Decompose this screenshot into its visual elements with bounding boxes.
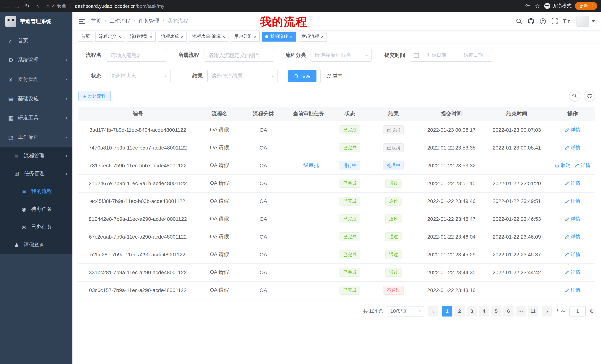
browser-update-button[interactable]: 更新 ⋮ [575, 2, 597, 10]
page-size-select[interactable]: 10条/页 ▾ [387, 306, 424, 316]
process-name-input[interactable] [106, 49, 167, 62]
sidebar-item-done-task[interactable]: 已办任务 [0, 218, 72, 236]
user-avatar[interactable] [576, 16, 595, 27]
detail-link[interactable]: 详情 [565, 216, 580, 222]
close-icon[interactable]: × [290, 34, 292, 39]
tab-流程表单[interactable]: 流程表单× [158, 32, 187, 41]
submit-time-range-picker[interactable]: 开始日期 - 结束日期 [410, 49, 493, 62]
close-icon[interactable]: × [222, 34, 225, 39]
cell-status: 进行中 [332, 157, 368, 174]
cell-actions: 详情 [550, 228, 595, 246]
page-button-6[interactable]: 6 [503, 306, 514, 316]
tab-我的流程[interactable]: 我的流程× [262, 32, 296, 41]
sidebar-item-process-mgmt[interactable]: 流程管理 ▾ [0, 147, 72, 165]
forward-icon[interactable]: → [14, 3, 20, 9]
breadcrumb-task-mgmt[interactable]: 任务管理 [139, 18, 159, 25]
create-process-button[interactable]: + 发起流程 [78, 91, 110, 101]
column-header-结果: 结果 [368, 107, 419, 121]
sidebar-item-devtools[interactable]: 研发工具 ▾ [0, 108, 72, 128]
close-icon[interactable]: × [321, 34, 323, 39]
tab-流程模型[interactable]: 流程模型× [127, 32, 156, 41]
detail-link[interactable]: 详情 [565, 269, 580, 276]
detail-link[interactable]: 详情 [565, 251, 580, 258]
detail-link[interactable]: 详情 [565, 233, 580, 240]
sidebar-item-payment[interactable]: 支付管理 ▾ [0, 70, 72, 89]
reset-button[interactable]: 重置 [320, 70, 348, 82]
status-select[interactable]: 请选择状态 ▾ [106, 70, 171, 82]
result-select[interactable]: 请选择流结果 ▾ [207, 70, 278, 82]
help-icon[interactable]: ? [540, 18, 546, 24]
menu-dots-icon[interactable]: ⋮ [590, 3, 595, 9]
address-bar[interactable]: dashboard.yudao.iocoder.cn/bpm/task/my [75, 3, 164, 9]
sidebar-item-system[interactable]: 系统管理 ▾ [0, 50, 72, 70]
detail-link[interactable]: 详情 [575, 162, 591, 169]
close-icon[interactable]: × [254, 34, 256, 39]
current-task-link[interactable]: 一级审批 [298, 162, 319, 168]
bookmark-star-icon[interactable]: ☆ [534, 3, 541, 9]
fullscreen-icon[interactable] [551, 18, 558, 24]
sidebar-item-task-mgmt[interactable]: 任务管理 ▴ [0, 165, 72, 182]
cell-category: OA [242, 281, 285, 299]
home-icon[interactable]: ⌂ [34, 3, 40, 9]
tab-发起流程[interactable]: 发起流程× [298, 32, 327, 41]
detail-link[interactable]: 详情 [565, 180, 580, 187]
reload-icon[interactable]: ↻ [24, 3, 30, 9]
font-size-icon[interactable]: TT [563, 18, 571, 24]
security-indicator[interactable]: ⚠ 不安全 [46, 3, 67, 9]
table-row: 819442e8-7b9a-11ec-a290-acde48001122OA 请… [78, 210, 595, 228]
page-button-2[interactable]: 2 [454, 306, 465, 316]
cell-process-name: OA 请假 [197, 263, 242, 281]
close-icon[interactable]: × [150, 34, 152, 39]
page-button-4[interactable]: 4 [479, 306, 489, 316]
badge-通过: 通过 [385, 179, 402, 188]
calendar-icon [414, 53, 419, 58]
jump-page-input[interactable] [570, 306, 586, 316]
page-button-3[interactable]: 3 [467, 306, 477, 316]
detail-link[interactable]: 详情 [565, 144, 580, 151]
hamburger-icon[interactable] [78, 18, 85, 24]
filter-status: 状态 请选择状态 ▾ [78, 70, 171, 82]
incognito-badge: 无痕模式 [544, 3, 572, 9]
page-button-11[interactable]: 11 [528, 306, 538, 316]
detail-link[interactable]: 详情 [565, 198, 580, 204]
sidebar-item-workflow[interactable]: 工作流程 ▴ [0, 128, 72, 147]
url-host: dashboard.yudao.iocoder.cn [75, 3, 136, 9]
search-toggle-button[interactable] [569, 91, 580, 102]
tab-流程定义[interactable]: 流程定义× [95, 32, 124, 41]
sidebar-item-my-process[interactable]: 我的流程 [0, 182, 72, 200]
sidebar-item-infrastructure[interactable]: 基础设施 ▾ [0, 89, 72, 108]
detail-link[interactable]: 详情 [565, 126, 580, 133]
close-icon[interactable]: × [181, 34, 183, 39]
back-icon[interactable]: ← [4, 3, 10, 9]
breadcrumb-home[interactable]: 首页 [91, 18, 101, 25]
tab-用户分组[interactable]: 用户分组× [231, 32, 260, 41]
prev-page-button[interactable]: ‹ [428, 306, 438, 316]
search-button[interactable]: 搜索 [288, 70, 316, 82]
breadcrumb-workflow[interactable]: 工作流程 [110, 18, 130, 25]
search-icon[interactable] [516, 18, 522, 24]
sidebar-item-leave-query[interactable]: 请假查询 [0, 236, 72, 254]
pager-ellipsis[interactable]: ⋯ [516, 306, 526, 316]
table-toolbar: + 发起流程 [78, 91, 595, 102]
filter-row-1: 流程名 所属流程 流程分类 请选择流程分类 ▾ [78, 49, 595, 62]
chevron-down-icon: ▾ [66, 58, 67, 62]
badge-进行中: 进行中 [340, 161, 360, 170]
key-icon[interactable] [524, 3, 531, 9]
cancel-link[interactable]: 取消 [555, 162, 570, 169]
cell-submit-time: 2022-01-22 23:46:04 [419, 228, 483, 246]
parent-process-input[interactable] [204, 49, 274, 62]
tab-流程表单-编辑[interactable]: 流程表单-编辑× [189, 32, 229, 41]
badge-已完成: 已完成 [340, 250, 360, 259]
refresh-button[interactable] [584, 91, 595, 102]
close-icon[interactable]: × [119, 34, 121, 39]
tab-首页[interactable]: 首页 [78, 32, 93, 41]
github-icon[interactable] [528, 18, 534, 24]
page-button-1[interactable]: 1 [442, 306, 452, 316]
next-page-button[interactable]: › [542, 306, 552, 316]
jump-label: 前往 [556, 308, 566, 315]
sidebar-item-todo-task[interactable]: 待办任务 [0, 200, 72, 218]
category-select[interactable]: 请选择流程分类 ▾ [311, 49, 372, 62]
sidebar-item-home[interactable]: 首页 [0, 31, 72, 50]
detail-link[interactable]: 详情 [565, 287, 580, 294]
page-button-5[interactable]: 5 [491, 306, 501, 316]
